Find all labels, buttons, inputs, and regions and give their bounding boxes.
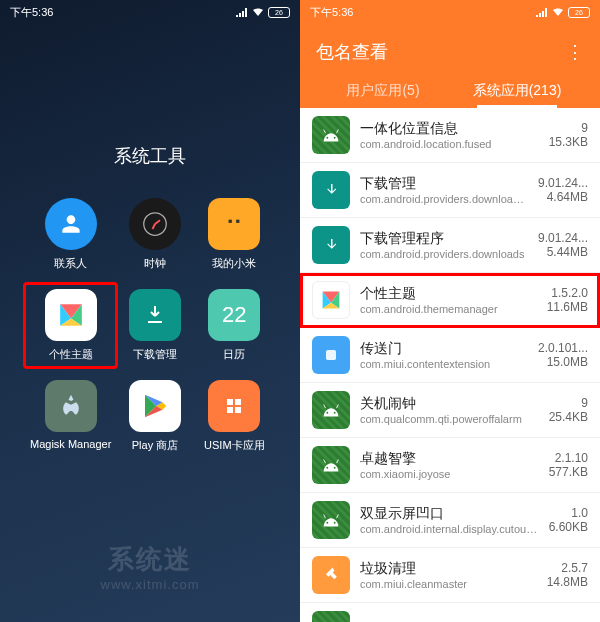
app-name: 卓越智擎: [360, 450, 539, 468]
list-item-meta: 1.5.2.011.6MB: [547, 286, 588, 314]
svg-point-12: [326, 412, 328, 414]
list-item[interactable]: 个性主题com.android.thememanager1.5.2.011.6M…: [300, 273, 600, 328]
app-name: 一体化位置信息: [360, 120, 539, 138]
list-item-text: 传送门com.miui.contentextension: [360, 340, 528, 370]
svg-rect-2: [236, 220, 239, 223]
tab-system-apps[interactable]: 系统应用(213): [450, 72, 584, 108]
list-item-meta: 1.06.60KB: [549, 506, 588, 534]
app-label: 时钟: [144, 256, 166, 271]
app-name: 垃圾清理: [360, 560, 537, 578]
app-label: Magisk Manager: [30, 438, 111, 450]
svg-rect-5: [227, 407, 233, 413]
list-item-text: 一体化位置信息com.android.location.fused: [360, 120, 539, 150]
signal-icon: [536, 7, 548, 17]
svg-point-21: [334, 522, 336, 524]
status-bar: 下午5:36 26: [300, 0, 600, 24]
wifi-icon: [552, 7, 564, 17]
list-item[interactable]: 关机闹钟com.qualcomm.qti.poweroffalarm925.4K…: [300, 383, 600, 438]
magisk-icon: [45, 380, 97, 432]
app-version: 1.5.2.0: [547, 286, 588, 300]
svg-point-20: [326, 522, 328, 524]
list-item-meta: 9.01.24...5.44MB: [538, 231, 588, 259]
list-item-text: 个性主题com.android.thememanager: [360, 285, 537, 315]
wifi-icon: [252, 7, 264, 17]
app-package: com.android.thememanager: [360, 303, 537, 315]
app-size: 5.44MB: [538, 245, 588, 259]
svg-point-7: [326, 137, 328, 139]
app-size: 11.6MB: [547, 300, 588, 314]
app-package: com.xiaomi.joyose: [360, 468, 539, 480]
list-item-meta: 2.0.101...15.0MB: [538, 341, 588, 369]
app-label: 下载管理: [133, 347, 177, 362]
clock-icon: [129, 198, 181, 250]
svg-rect-3: [227, 399, 233, 405]
list-item-meta: 2.1.10577.KB: [549, 451, 588, 479]
tab-user-apps[interactable]: 用户应用(5): [316, 72, 450, 108]
app-version: 2.1.10: [549, 451, 588, 465]
battery-icon: 26: [268, 7, 290, 18]
left-phone-home: 下午5:36 26 系统工具 联系人 时钟 我的小米: [0, 0, 300, 622]
svg-line-14: [324, 405, 326, 409]
app-name: 传送门: [360, 340, 528, 358]
list-item[interactable]: 下载管理程序com.android.providers.downloads9.0…: [300, 218, 600, 273]
app-size: 15.3KB: [549, 135, 588, 149]
svg-line-9: [324, 130, 326, 134]
more-icon[interactable]: ⋮: [566, 41, 584, 63]
app-label: Play 商店: [132, 438, 178, 453]
list-item-text: 下载管理程序com.android.providers.downloads: [360, 230, 528, 260]
battery-icon: 26: [568, 7, 590, 18]
clock-text: 下午5:36: [10, 5, 53, 20]
app-clock[interactable]: 时钟: [119, 198, 190, 271]
app-size: 15.0MB: [538, 355, 588, 369]
app-header: 包名查看 ⋮ 用户应用(5) 系统应用(213): [300, 24, 600, 108]
svg-point-8: [334, 137, 336, 139]
app-package: com.miui.cleanmaster: [360, 578, 537, 590]
list-item-meta: 925.4KB: [549, 396, 588, 424]
app-play[interactable]: Play 商店: [119, 380, 190, 453]
app-package: com.android.internal.display.cutout.emu: [360, 523, 539, 535]
app-package: com.android.location.fused: [360, 138, 539, 150]
list-item[interactable]: 基本互动屏保: [300, 603, 600, 622]
app-contacts[interactable]: 联系人: [30, 198, 111, 271]
app-title: 包名查看: [316, 40, 388, 64]
list-item-text: 下载管理com.android.providers.downloads.ui: [360, 175, 528, 205]
svg-rect-1: [229, 220, 232, 223]
app-download[interactable]: 下载管理: [119, 289, 190, 362]
app-label: 我的小米: [212, 256, 256, 271]
app-magisk[interactable]: Magisk Manager: [30, 380, 111, 453]
svg-rect-6: [235, 407, 241, 413]
list-item-text: 卓越智擎com.xiaomi.joyose: [360, 450, 539, 480]
app-usim[interactable]: USIM卡应用: [199, 380, 270, 453]
signal-icon: [236, 7, 248, 17]
list-item[interactable]: 卓越智擎com.xiaomi.joyose2.1.10577.KB: [300, 438, 600, 493]
list-item-text: 关机闹钟com.qualcomm.qti.poweroffalarm: [360, 395, 539, 425]
app-package: com.qualcomm.qti.poweroffalarm: [360, 413, 539, 425]
status-bar: 下午5:36 26: [0, 0, 300, 24]
app-mi[interactable]: 我的小米: [199, 198, 270, 271]
list-item[interactable]: 传送门com.miui.contentextension2.0.101...15…: [300, 328, 600, 383]
list-item[interactable]: 垃圾清理com.miui.cleanmaster2.5.714.8MB: [300, 548, 600, 603]
usim-icon: [208, 380, 260, 432]
svg-line-10: [337, 130, 339, 134]
svg-line-15: [337, 405, 339, 409]
app-package: com.android.providers.downloads: [360, 248, 528, 260]
right-phone-app: 下午5:36 26 包名查看 ⋮ 用户应用(5) 系统应用(213) 一体化位置…: [300, 0, 600, 622]
list-item[interactable]: 下载管理com.android.providers.downloads.ui9.…: [300, 163, 600, 218]
app-size: 4.64MB: [538, 190, 588, 204]
tabs: 用户应用(5) 系统应用(213): [316, 72, 584, 108]
clock-text: 下午5:36: [310, 5, 353, 20]
app-theme[interactable]: 个性主题: [23, 282, 118, 369]
app-calendar[interactable]: 22 日历: [199, 289, 270, 362]
list-item[interactable]: 一体化位置信息com.android.location.fused915.3KB: [300, 108, 600, 163]
app-name: 下载管理程序: [360, 230, 528, 248]
app-label: 日历: [223, 347, 245, 362]
app-list[interactable]: 一体化位置信息com.android.location.fused915.3KB…: [300, 108, 600, 622]
app-size: 6.60KB: [549, 520, 588, 534]
app-size: 14.8MB: [547, 575, 588, 589]
app-version: 2.5.7: [547, 561, 588, 575]
list-item[interactable]: 双显示屏凹口com.android.internal.display.cutou…: [300, 493, 600, 548]
app-version: 9.01.24...: [538, 176, 588, 190]
app-name: 关机闹钟: [360, 395, 539, 413]
svg-rect-4: [235, 399, 241, 405]
app-version: 9: [549, 121, 588, 135]
